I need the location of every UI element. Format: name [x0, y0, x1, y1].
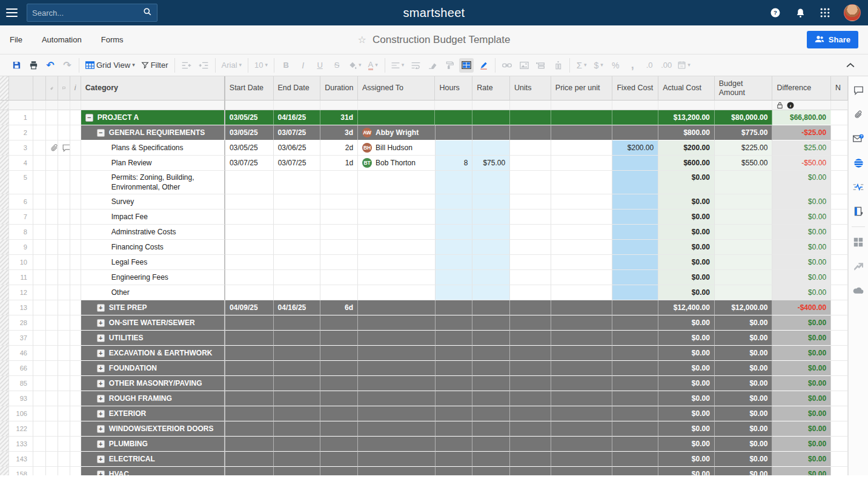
row-attachments-cell[interactable] — [46, 331, 58, 346]
hours-cell[interactable] — [436, 346, 473, 361]
hours-cell[interactable] — [436, 391, 473, 406]
start-date-cell[interactable] — [225, 406, 274, 421]
row-selection-cell[interactable] — [33, 140, 46, 156]
row-number[interactable]: 106 — [9, 406, 33, 421]
rate-cell[interactable] — [472, 210, 510, 225]
duration-cell[interactable] — [320, 452, 358, 467]
row-selection-cell[interactable] — [33, 391, 46, 406]
category-cell[interactable]: +UTILITIES — [81, 331, 225, 346]
start-date-cell[interactable] — [225, 376, 274, 391]
budget-amount-cell[interactable]: $0.00 — [715, 361, 773, 376]
duration-cell[interactable] — [320, 437, 358, 452]
duration-cell[interactable] — [320, 467, 358, 475]
row-drag-handle[interactable] — [0, 391, 9, 406]
category-cell[interactable]: +OTHER MASONRY/PAVING — [81, 376, 225, 391]
assigned-to-cell[interactable] — [358, 467, 435, 475]
start-date-cell[interactable] — [225, 467, 274, 475]
table-row[interactable]: 9Financing Costs$0.00$0.00 — [0, 240, 848, 255]
category-cell[interactable]: Financing Costs — [81, 240, 225, 255]
row-comments-cell[interactable] — [58, 421, 70, 437]
assigned-to-cell[interactable] — [358, 452, 435, 467]
table-row[interactable]: 93+ROUGH FRAMING$0.00$0.00$0.00 — [0, 391, 848, 406]
row-selection-cell[interactable] — [33, 437, 46, 452]
category-cell[interactable]: Legal Fees — [81, 255, 225, 270]
apps-icon[interactable] — [853, 237, 864, 248]
image-icon[interactable] — [517, 58, 531, 73]
rate-cell[interactable] — [472, 315, 510, 331]
row-attachments-cell[interactable] — [46, 467, 58, 475]
row-selection-cell[interactable] — [33, 270, 46, 285]
row-drag-handle[interactable] — [0, 421, 9, 437]
indent-icon[interactable] — [196, 58, 211, 73]
end-date-cell[interactable]: 04/16/25 — [274, 110, 321, 125]
notes-cell[interactable] — [831, 361, 848, 376]
notes-cell[interactable] — [831, 452, 848, 467]
fill-color-button[interactable]: ▾ — [346, 58, 363, 73]
assigned-to-cell[interactable] — [358, 331, 435, 346]
hours-cell[interactable] — [436, 171, 473, 194]
budget-amount-cell[interactable]: $0.00 — [715, 452, 773, 467]
row-comments-cell[interactable] — [58, 225, 70, 240]
fixed-cost-cell[interactable] — [612, 315, 658, 331]
row-comments-cell[interactable] — [58, 194, 70, 210]
start-date-cell[interactable] — [225, 346, 274, 361]
hours-cell[interactable] — [436, 140, 473, 156]
date-format-dropdown[interactable]: 31 ▾ — [676, 58, 692, 73]
duration-cell[interactable]: 6d — [320, 300, 358, 315]
row-number[interactable]: 7 — [9, 210, 33, 225]
insert-column-icon[interactable] — [551, 58, 565, 73]
align-button[interactable]: ▾ — [389, 58, 406, 73]
hours-cell[interactable] — [436, 255, 473, 270]
actual-cost-cell[interactable]: $0.00 — [658, 421, 715, 437]
row-number[interactable]: 9 — [9, 240, 33, 255]
assigned-to-cell[interactable] — [358, 376, 435, 391]
units-cell[interactable] — [510, 315, 551, 331]
favorite-star-icon[interactable]: ☆ — [358, 34, 366, 45]
rate-cell[interactable] — [472, 140, 510, 156]
start-date-cell[interactable] — [225, 171, 274, 194]
row-comments-cell[interactable] — [58, 300, 70, 315]
notes-cell[interactable] — [831, 285, 848, 300]
row-attachments-cell[interactable] — [46, 437, 58, 452]
cloud-icon[interactable] — [853, 285, 864, 296]
table-row[interactable]: 37+UTILITIES$0.00$0.00$0.00 — [0, 331, 848, 346]
duration-cell[interactable] — [320, 421, 358, 437]
start-date-cell[interactable] — [225, 452, 274, 467]
table-row[interactable]: 4Plan Review03/07/2503/07/251dBTBob Thor… — [0, 156, 848, 171]
row-comments-cell[interactable] — [58, 452, 70, 467]
row-comments-cell[interactable] — [58, 346, 70, 361]
units-cell[interactable] — [510, 331, 551, 346]
assigned-to-cell[interactable] — [358, 270, 435, 285]
help-icon[interactable]: ? — [769, 7, 781, 19]
difference-cell[interactable]: $0.00 — [772, 452, 831, 467]
row-drag-handle[interactable] — [0, 361, 9, 376]
category-cell[interactable]: +WINDOWS/EXTERIOR DOORS — [81, 421, 225, 437]
actual-cost-cell[interactable]: $0.00 — [658, 285, 715, 300]
outdent-icon[interactable] — [179, 58, 194, 73]
assigned-to-cell[interactable] — [358, 225, 435, 240]
price-per-unit-cell[interactable] — [551, 300, 613, 315]
difference-cell[interactable]: $0.00 — [772, 361, 831, 376]
menu-item-forms[interactable]: Forms — [101, 35, 124, 44]
notes-cell[interactable] — [831, 437, 848, 452]
rate-cell[interactable] — [472, 406, 510, 421]
end-date-cell[interactable] — [274, 421, 321, 437]
start-date-cell[interactable] — [225, 285, 274, 300]
row-selection-cell[interactable] — [33, 240, 46, 255]
notes-cell[interactable] — [831, 346, 848, 361]
actual-cost-cell[interactable]: $12,400.00 — [658, 300, 715, 315]
difference-cell[interactable]: -$50.00 — [772, 156, 831, 171]
row-attachments-cell[interactable] — [46, 210, 58, 225]
difference-cell[interactable]: $0.00 — [772, 225, 831, 240]
fixed-cost-cell[interactable] — [612, 110, 658, 125]
duration-cell[interactable] — [320, 391, 358, 406]
table-row[interactable]: 46+EXCAVATION & EARTHWORK$0.00$0.00$0.00 — [0, 346, 848, 361]
end-date-cell[interactable] — [274, 406, 321, 421]
start-date-cell[interactable] — [225, 437, 274, 452]
row-drag-handle[interactable] — [0, 110, 9, 125]
start-date-cell[interactable] — [225, 255, 274, 270]
notes-cell[interactable] — [831, 171, 848, 194]
row-comments-cell[interactable] — [58, 270, 70, 285]
end-date-cell[interactable] — [274, 225, 321, 240]
table-row[interactable]: 133+PLUMBING$0.00$0.00$0.00 — [0, 437, 848, 452]
